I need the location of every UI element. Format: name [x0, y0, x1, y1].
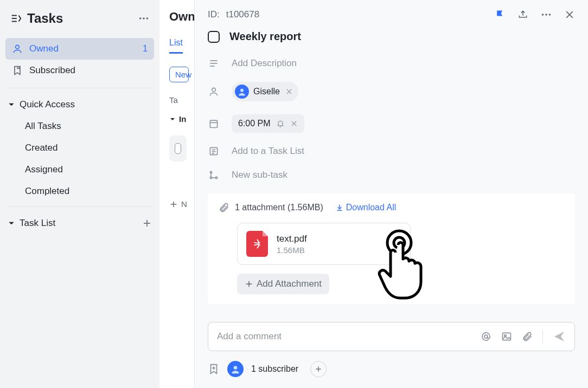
task-list-field[interactable]: Add to a Task List — [208, 146, 575, 157]
share-icon[interactable] — [517, 9, 528, 20]
description-icon — [208, 58, 220, 69]
sidebar-item-owned[interactable]: Owned 1 — [5, 38, 154, 60]
new-task-button[interactable]: New — [169, 67, 189, 82]
svg-point-35 — [210, 177, 212, 178]
close-icon[interactable] — [564, 9, 575, 20]
description-field[interactable]: Add Description — [208, 58, 575, 69]
sidebar-title: Tasks — [27, 11, 63, 26]
subscriber-avatar[interactable] — [227, 361, 244, 377]
calendar-icon — [208, 118, 220, 129]
flag-button[interactable] — [495, 9, 506, 20]
attachment-section: 1 attachment (1.56MB) Download All text.… — [208, 193, 575, 304]
bookmark-icon — [12, 65, 23, 76]
sidebar-item-badge: 1 — [143, 44, 148, 54]
more-icon[interactable] — [540, 9, 552, 21]
subtask-icon — [208, 170, 220, 180]
task-id-label: ID: — [208, 9, 220, 20]
send-icon[interactable] — [553, 330, 566, 343]
svg-point-47 — [234, 366, 238, 370]
sidebar-more-icon[interactable] — [138, 12, 150, 24]
task-row[interactable] — [169, 135, 187, 161]
task-checkbox[interactable] — [175, 143, 181, 154]
chevron-down-icon — [8, 219, 15, 227]
svg-rect-26 — [210, 120, 217, 127]
svg-point-15 — [545, 14, 547, 16]
complete-checkbox[interactable] — [208, 31, 220, 43]
main-list-column: Owned List New Ta In N — [159, 0, 194, 388]
assignee-name: Giselle — [253, 87, 280, 96]
comment-input[interactable]: Add a comment — [208, 322, 575, 351]
task-list-header[interactable]: Task List — [0, 212, 159, 234]
svg-point-34 — [210, 171, 212, 173]
qa-completed[interactable]: Completed — [0, 180, 159, 202]
svg-point-3 — [139, 17, 142, 20]
paperclip-icon — [219, 202, 229, 213]
main-title: Owned — [169, 10, 189, 24]
svg-point-16 — [549, 14, 551, 16]
quick-access-label: Quick Access — [20, 99, 75, 110]
task-list-label: Task List — [20, 218, 55, 229]
column-header: Ta — [169, 95, 189, 105]
sidebar: Tasks Owned 1 Subscribed — [0, 0, 159, 388]
file-name: text.pdf — [277, 234, 307, 244]
add-attachment-button[interactable]: Add Attachment — [237, 274, 329, 294]
task-title[interactable]: Weekly report — [229, 30, 301, 43]
add-task-list-button[interactable] — [142, 218, 152, 228]
task-detail-panel: ID: t100678 Weekly r — [194, 0, 588, 388]
download-all-link[interactable]: Download All — [335, 203, 397, 212]
tasks-panel-icon[interactable] — [10, 12, 22, 24]
tasklist-icon — [208, 146, 220, 157]
qa-created[interactable]: Created — [0, 137, 159, 159]
qa-assigned[interactable]: Assigned — [0, 159, 159, 180]
svg-point-36 — [215, 177, 217, 178]
quick-access-header[interactable]: Quick Access — [0, 94, 159, 115]
sidebar-item-subscribed[interactable]: Subscribed — [5, 60, 154, 81]
assignee-chip[interactable]: Giselle — [232, 82, 298, 101]
add-subscriber-button[interactable] — [310, 361, 327, 377]
comment-placeholder: Add a comment — [217, 331, 282, 342]
person-icon — [12, 43, 23, 54]
subscribe-icon[interactable] — [208, 363, 220, 375]
svg-point-22 — [212, 88, 216, 92]
due-time-field: 6:00 PM — [208, 114, 575, 133]
sidebar-item-label: Subscribed — [29, 65, 75, 76]
clear-time-icon[interactable] — [290, 120, 298, 127]
remove-assignee-icon[interactable] — [285, 88, 293, 95]
svg-point-6 — [16, 45, 20, 49]
assignee-field: Giselle — [208, 82, 575, 101]
subtask-field[interactable]: New sub-task — [208, 170, 575, 180]
person-icon — [208, 86, 220, 97]
comment-zone: Add a comment — [195, 315, 588, 388]
subscriber-count: 1 subscriber — [251, 364, 298, 374]
section-header[interactable]: In — [169, 114, 189, 124]
svg-point-4 — [143, 17, 145, 20]
tasklist-placeholder: Add to a Task List — [232, 146, 304, 157]
svg-point-14 — [542, 14, 544, 16]
new-section-button[interactable]: N — [169, 199, 189, 209]
sidebar-item-label: Owned — [29, 43, 59, 54]
pdf-icon — [246, 231, 268, 257]
mention-icon[interactable] — [481, 331, 491, 342]
image-icon[interactable] — [501, 331, 512, 342]
svg-point-39 — [387, 231, 411, 255]
bell-icon[interactable] — [276, 119, 285, 128]
new-task-label: New — [175, 70, 191, 79]
svg-point-38 — [394, 237, 405, 248]
task-id-value: t100678 — [226, 9, 259, 20]
qa-all-tasks[interactable]: All Tasks — [0, 115, 159, 137]
subtask-placeholder: New sub-task — [232, 170, 287, 180]
description-placeholder: Add Description — [232, 58, 297, 69]
divider — [9, 88, 151, 88]
divider — [9, 206, 151, 207]
task-id: ID: t100678 — [208, 9, 259, 20]
time-value: 6:00 PM — [238, 119, 271, 128]
tab-list[interactable]: List — [169, 38, 183, 54]
svg-rect-43 — [503, 333, 511, 340]
chevron-down-icon — [8, 101, 15, 108]
svg-point-23 — [240, 89, 244, 92]
attach-icon[interactable] — [522, 331, 533, 342]
attachment-file[interactable]: text.pdf 1.56MB — [237, 223, 411, 265]
attachment-summary: 1 attachment (1.56MB) — [235, 203, 323, 212]
file-size: 1.56MB — [277, 245, 307, 255]
time-chip[interactable]: 6:00 PM — [232, 114, 304, 133]
